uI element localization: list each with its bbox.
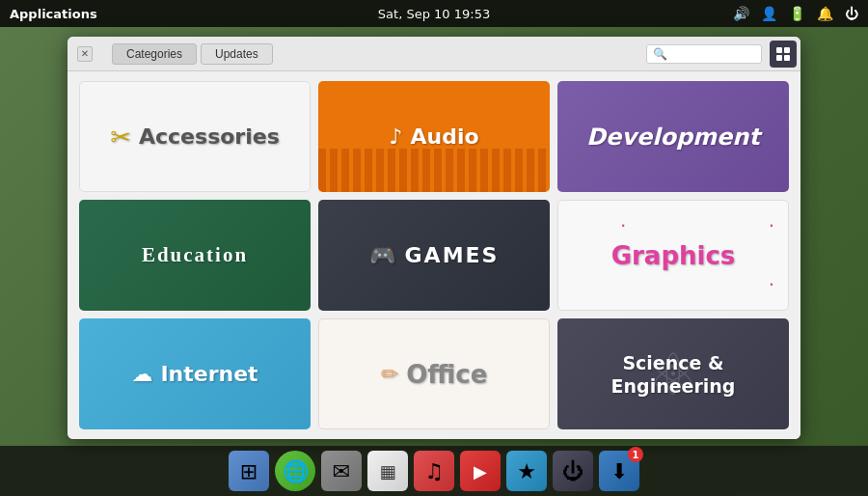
mail-icon: ✉ <box>333 459 350 483</box>
category-accessories[interactable]: ✂ Accessories <box>79 81 311 192</box>
dock-filemanager[interactable]: ★ <box>506 451 547 491</box>
bottom-dock: ⊞ 🌐 ✉ ▦ ♫ ▶ ★ ⏻ ⬇ 1 <box>0 446 868 496</box>
volume-icon: 🔊 <box>733 6 749 21</box>
toggle-icon: ⏻ <box>562 459 583 483</box>
calendar-icon: ▦ <box>379 461 395 482</box>
window-titlebar: ✕ Categories Updates 🔍 <box>68 37 800 71</box>
graphics-label: Graphics <box>611 241 736 270</box>
accessories-icon: ✂ <box>110 123 131 152</box>
dock-music[interactable]: ♫ <box>414 451 454 491</box>
category-graphics[interactable]: · Graphics <box>557 200 789 311</box>
search-input[interactable] <box>671 47 758 61</box>
battery-icon: 🔋 <box>789 6 805 21</box>
games-label: 🎮 GAMES <box>369 243 500 267</box>
notification-icon: 🔔 <box>817 6 833 21</box>
top-bar: Applications Sat, Sep 10 19:53 🔊 👤 🔋 🔔 ⏻ <box>0 0 868 27</box>
files-icon: ⊞ <box>240 459 258 483</box>
window-nav: Categories Updates <box>112 43 273 65</box>
dock-browser[interactable]: 🌐 <box>275 451 315 491</box>
category-office[interactable]: ✏ Office <box>318 318 550 429</box>
filemanager-icon: ★ <box>517 459 536 483</box>
accessories-label: ✂ Accessories <box>110 123 280 152</box>
category-development[interactable]: Development <box>557 81 789 192</box>
video-icon: ▶ <box>474 461 487 482</box>
download-icon: ⬇ <box>610 459 628 483</box>
system-tray: 🔊 👤 🔋 🔔 ⏻ <box>733 6 858 21</box>
app-window: ✕ Categories Updates 🔍 <box>68 37 800 439</box>
grid-icon <box>776 47 790 61</box>
window-close-button[interactable]: ✕ <box>77 46 93 62</box>
music-icon: ♫ <box>424 459 444 483</box>
category-audio[interactable]: ♪ Audio <box>318 81 550 192</box>
internet-label: ☁ Internet <box>131 362 258 386</box>
dock-video[interactable]: ▶ <box>460 451 501 491</box>
development-label: Development <box>586 124 760 151</box>
dock-files[interactable]: ⊞ <box>229 451 269 491</box>
updates-tab[interactable]: Updates <box>201 43 273 65</box>
office-icon: ✏ <box>381 362 398 386</box>
app-title: Applications <box>10 7 97 21</box>
datetime: Sat, Sep 10 19:53 <box>378 7 490 21</box>
search-icon: 🔍 <box>653 47 667 61</box>
games-icon: 🎮 <box>369 243 397 267</box>
categories-grid: ✂ Accessories ♪ Audio Development <box>68 71 800 439</box>
download-badge: 1 <box>628 447 643 462</box>
dock-download[interactable]: ⬇ 1 <box>599 451 639 491</box>
education-label: Education <box>142 243 248 267</box>
network-icon: 👤 <box>761 6 777 21</box>
search-box[interactable]: 🔍 <box>646 44 762 64</box>
internet-icon: ☁ <box>131 362 152 386</box>
categories-tab[interactable]: Categories <box>112 43 197 65</box>
browser-icon: 🌐 <box>283 459 309 483</box>
power-icon: ⏻ <box>845 6 858 21</box>
dock-mail[interactable]: ✉ <box>321 451 362 491</box>
desktop: ✕ Categories Updates 🔍 <box>0 27 868 446</box>
dock-calendar[interactable]: ▦ <box>367 451 408 491</box>
science-label: Science & Engineering <box>611 352 736 397</box>
office-label: ✏ Office <box>381 360 488 389</box>
window-expand-button[interactable] <box>770 41 797 68</box>
category-games[interactable]: 🎮 GAMES <box>318 200 550 311</box>
category-education[interactable]: Education <box>79 200 311 311</box>
graphics-dot-br: · <box>769 273 774 296</box>
audio-label: ♪ Audio <box>389 124 478 149</box>
dock-toggle[interactable]: ⏻ <box>553 451 593 491</box>
category-science[interactable]: ⚛ Science & Engineering <box>557 318 789 429</box>
audio-icon: ♪ <box>389 124 402 149</box>
category-internet[interactable]: ☁ Internet <box>79 318 311 429</box>
